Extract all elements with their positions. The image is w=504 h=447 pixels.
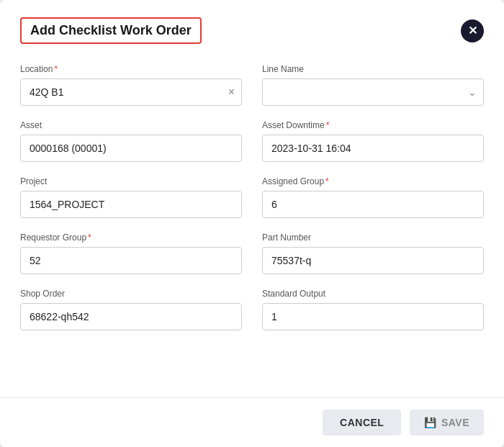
shop-order-group: Shop Order — [20, 289, 242, 330]
shop-order-label: Shop Order — [20, 289, 242, 299]
part-number-label: Part Number — [262, 232, 484, 243]
shop-order-input[interactable] — [20, 303, 242, 330]
asset-downtime-label: Asset Downtime * — [262, 120, 484, 130]
asset-downtime-input[interactable] — [262, 135, 484, 162]
requestor-group-group: Requestor Group * — [20, 232, 242, 274]
standard-output-input[interactable] — [262, 303, 484, 330]
save-button[interactable]: 💾 SAVE — [410, 410, 484, 435]
requestor-group-input[interactable] — [20, 247, 242, 274]
add-checklist-modal: Add Checklist Work Order ✕ Location * × … — [0, 0, 504, 447]
location-input-wrapper: × — [20, 78, 242, 106]
cancel-button[interactable]: CANCEL — [323, 410, 401, 435]
assigned-group-input[interactable] — [262, 191, 484, 218]
modal-title: Add Checklist Work Order — [20, 17, 202, 44]
standard-output-group: Standard Output — [262, 289, 484, 330]
standard-output-label: Standard Output — [262, 289, 484, 299]
requestor-group-label: Requestor Group * — [20, 232, 242, 243]
asset-input[interactable] — [20, 135, 242, 162]
modal-footer: CANCEL 💾 SAVE — [0, 397, 504, 447]
assigned-group-required: * — [325, 176, 329, 186]
save-icon: 💾 — [424, 417, 437, 428]
asset-downtime-group: Asset Downtime * — [262, 120, 484, 162]
asset-downtime-required: * — [326, 120, 330, 130]
line-name-label: Line Name — [262, 64, 484, 74]
assigned-group-label: Assigned Group * — [262, 176, 484, 186]
part-number-group: Part Number — [262, 232, 484, 274]
project-input[interactable] — [20, 191, 242, 218]
location-input[interactable] — [20, 78, 242, 106]
modal-header: Add Checklist Work Order ✕ — [20, 17, 484, 44]
asset-label: Asset — [20, 120, 242, 130]
location-required: * — [54, 64, 58, 74]
line-name-input[interactable] — [262, 78, 484, 106]
asset-group: Asset — [20, 120, 242, 162]
project-group: Project — [20, 176, 242, 218]
close-button[interactable]: ✕ — [461, 19, 484, 42]
line-name-select-wrapper: ⌄ — [262, 78, 484, 106]
requestor-group-required: * — [88, 232, 91, 243]
location-clear-button[interactable]: × — [228, 86, 235, 98]
location-label: Location * — [20, 64, 242, 74]
part-number-input[interactable] — [262, 247, 484, 274]
location-group: Location * × — [20, 64, 242, 106]
close-icon: ✕ — [468, 24, 477, 37]
project-label: Project — [20, 176, 242, 186]
assigned-group-group: Assigned Group * — [262, 176, 484, 218]
form-grid: Location * × Line Name ⌄ Asset Asset Dow… — [20, 64, 484, 330]
line-name-group: Line Name ⌄ — [262, 64, 484, 106]
